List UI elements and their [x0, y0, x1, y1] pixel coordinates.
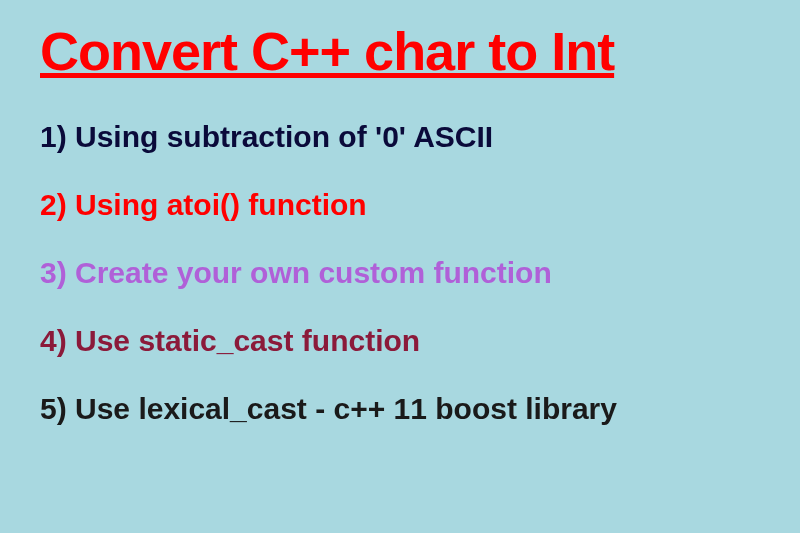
list-item: 5) Use lexical_cast - c++ 11 boost libra… — [40, 392, 760, 426]
list-item: 3) Create your own custom function — [40, 256, 760, 290]
page-title: Convert C++ char to Int — [40, 20, 760, 82]
list-item: 2) Using atoi() function — [40, 188, 760, 222]
list-item: 1) Using subtraction of '0' ASCII — [40, 120, 760, 154]
method-list: 1) Using subtraction of '0' ASCII 2) Usi… — [40, 120, 760, 426]
list-item: 4) Use static_cast function — [40, 324, 760, 358]
